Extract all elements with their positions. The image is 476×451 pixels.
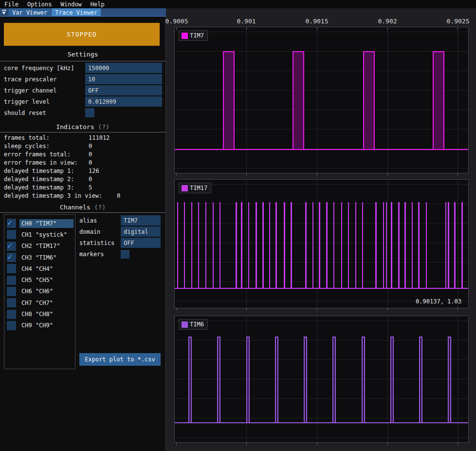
channel-row-ch7[interactable]: CH7 "CH7": [4, 297, 75, 308]
channel-row-ch9[interactable]: CH9 "CH9": [4, 320, 75, 331]
trace-pulse: [256, 202, 257, 288]
alias-input[interactable]: TIM7: [121, 215, 161, 226]
plot-legend[interactable]: TIM17: [179, 183, 211, 193]
trace-pulse: [412, 202, 413, 288]
plot-tim17[interactable]: TIM17 0.90137, 1.03: [174, 179, 469, 308]
channel-checkbox[interactable]: [7, 298, 16, 307]
indicators-help-icon[interactable]: (?): [98, 123, 109, 131]
axis-tick: [458, 27, 458, 30]
indicator-row: error frames in view:0: [4, 158, 162, 167]
legend-label: TIM6: [190, 321, 204, 328]
indicator-value: 111012: [89, 134, 110, 141]
channels-separator: [0, 212, 165, 213]
domain-label: domain: [79, 228, 121, 235]
acquisition-state-button[interactable]: STOPPED: [4, 23, 160, 46]
channel-row-ch2[interactable]: CH2 "TIM17": [4, 241, 75, 252]
trace-pulse: [448, 202, 449, 288]
core-frequency-input[interactable]: 150000: [85, 63, 162, 73]
channel-checkbox[interactable]: [7, 276, 16, 285]
axis-tick: [458, 442, 458, 445]
settings-separator: [0, 61, 165, 61]
indicators-list: frames total:111012 sleep cycles:0 error…: [4, 133, 162, 200]
core-frequency-label: core frequency [kHz]: [4, 65, 85, 72]
plot-legend[interactable]: TIM6: [179, 319, 208, 330]
markers-checkbox[interactable]: [121, 250, 129, 259]
axis-tick: [246, 308, 247, 310]
field-trace-prescaler: trace prescaler 10: [4, 74, 162, 85]
gridline: [387, 316, 388, 442]
trace-pulse: [341, 202, 343, 288]
menu-bar: File Options Window Help: [0, 0, 476, 8]
trace-baseline: [175, 149, 468, 150]
domain-select[interactable]: digital: [121, 226, 161, 237]
statistics-select[interactable]: OFF: [121, 238, 161, 248]
prop-markers: markers: [79, 248, 162, 260]
trace-pulse: [217, 337, 220, 422]
indicator-value: 0: [89, 176, 92, 183]
plot-legend[interactable]: TIM7: [179, 30, 208, 41]
legend-label: TIM7: [190, 32, 204, 39]
channel-checkbox[interactable]: [7, 310, 16, 319]
channel-row-ch4[interactable]: CH4 "CH4": [4, 263, 75, 274]
channel-checkbox[interactable]: [7, 242, 16, 251]
axis-tick: [246, 27, 247, 30]
export-csv-button[interactable]: Export plot to *.csv: [79, 353, 161, 366]
trace-pulse: [433, 51, 444, 150]
indicator-value: 0: [89, 143, 92, 150]
tab-trace-viewer[interactable]: Trace Viewer: [52, 8, 101, 17]
axis-tick: [176, 308, 177, 310]
field-core-frequency: core frequency [kHz] 150000: [4, 62, 162, 74]
axis-tick: [387, 442, 388, 445]
should-reset-label: should reset: [4, 110, 85, 116]
plot-tim6[interactable]: TIM6: [174, 316, 469, 443]
legend-swatch-icon: [182, 185, 188, 191]
trace-pulse: [319, 202, 320, 288]
trace-pulse: [391, 202, 392, 288]
channel-row-ch6[interactable]: CH6 "CH6": [4, 286, 75, 297]
channel-checkbox[interactable]: [7, 321, 16, 330]
trigger-level-input[interactable]: 0.012009: [85, 96, 162, 107]
channels-header: Channels (?): [0, 204, 165, 211]
channel-checkbox[interactable]: [7, 219, 16, 228]
channel-row-ch5[interactable]: CH5 "CH5": [4, 274, 75, 285]
menu-item-options[interactable]: Options: [23, 0, 56, 8]
channel-checkbox[interactable]: [7, 230, 16, 239]
axis-tick: [387, 173, 388, 175]
plot-tim7[interactable]: TIM7: [174, 27, 469, 173]
tab-var-viewer[interactable]: Var Viewer: [9, 8, 51, 17]
should-reset-checkbox[interactable]: [85, 108, 94, 117]
trace-pulse: [291, 202, 292, 288]
trace-pulse: [383, 202, 384, 288]
channel-row-ch8[interactable]: CH8 "CH8": [4, 308, 75, 319]
trigger-channel-select[interactable]: OFF: [85, 85, 162, 95]
axis-tick: [176, 173, 177, 175]
channel-properties: alias TIM7 domain digital statistics OFF…: [79, 215, 162, 260]
menu-item-help[interactable]: Help: [86, 0, 109, 8]
trace-pulse: [461, 202, 463, 288]
axis-tick: [387, 308, 388, 310]
trace-baseline: [175, 288, 468, 289]
channel-row-ch3[interactable]: CH3 "TIM6": [4, 252, 75, 263]
channel-checkbox[interactable]: [7, 287, 16, 296]
channel-row-ch1[interactable]: CH1 "systick": [4, 229, 75, 240]
trace-pulse: [419, 337, 422, 422]
channel-checkbox[interactable]: [7, 253, 16, 262]
collapse-arrow-icon[interactable]: [0, 9, 8, 16]
x-axis-tick-label: 0.902: [378, 18, 397, 25]
trace-pulse: [398, 202, 400, 288]
indicator-value: 5: [89, 184, 92, 191]
axis-tick: [317, 308, 317, 310]
axis-tick: [458, 308, 458, 310]
trace-pulse: [262, 202, 264, 288]
channels-help-icon[interactable]: (?): [94, 204, 105, 211]
x-axis-tick-label: 0.9015: [306, 18, 329, 25]
trace-pulse: [177, 202, 179, 288]
channel-row-ch0[interactable]: CH0 "TIM7": [4, 218, 75, 229]
plots-panel: 0.9005 0.901 0.9015 0.902 0.9025 TIM7 TI…: [166, 8, 476, 451]
indicator-value: 126: [89, 168, 99, 174]
menu-item-window[interactable]: Window: [56, 0, 86, 8]
trace-prescaler-input[interactable]: 10: [85, 74, 162, 84]
channel-checkbox[interactable]: [7, 264, 16, 273]
menu-item-file[interactable]: File: [0, 0, 23, 8]
indicator-value: 0: [117, 192, 120, 199]
